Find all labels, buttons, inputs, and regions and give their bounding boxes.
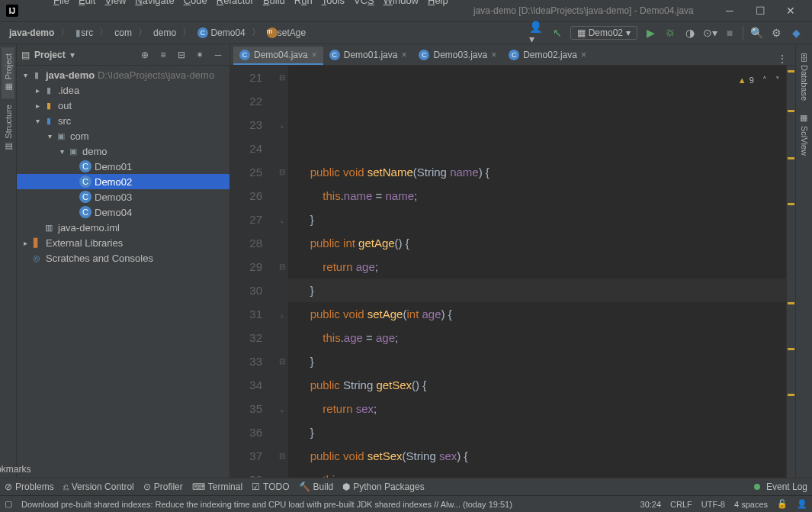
folder-icon: ▮ bbox=[75, 27, 81, 38]
close-button[interactable]: ✕ bbox=[775, 0, 806, 21]
inspection-widget[interactable]: ▲9 ˄ ˅ bbox=[738, 69, 780, 92]
tree-demo02[interactable]: CDemo02 bbox=[17, 174, 229, 189]
panel-title[interactable]: Project bbox=[34, 50, 66, 60]
readonly-icon[interactable]: 🔓 bbox=[777, 499, 788, 509]
editor-tab-demo04[interactable]: CDemo04.java× bbox=[233, 47, 323, 65]
project-tree[interactable]: ▾▮java-demo D:\IdeaProjects\java-demo ▸▮… bbox=[17, 66, 229, 478]
tree-demo01[interactable]: CDemo01 bbox=[17, 159, 229, 174]
stop-button[interactable]: ■ bbox=[721, 24, 738, 41]
crumb-root[interactable]: java-demo bbox=[6, 27, 57, 38]
menu-edit[interactable]: Edit bbox=[74, 0, 100, 6]
line-ending[interactable]: CRLF bbox=[670, 500, 692, 509]
tool-windows-icon[interactable]: ▢ bbox=[5, 499, 12, 509]
menu-code[interactable]: Code bbox=[179, 0, 212, 6]
close-icon[interactable]: × bbox=[581, 50, 586, 60]
class-icon: C bbox=[419, 50, 429, 60]
tab-problems[interactable]: ⊘Problems bbox=[5, 481, 54, 492]
close-icon[interactable]: × bbox=[491, 50, 496, 60]
status-bar: ▢ Download pre-built shared indexes: Red… bbox=[0, 495, 812, 512]
crumb-demo[interactable]: demo bbox=[150, 27, 179, 38]
settings-icon[interactable]: ⚙ bbox=[768, 24, 785, 41]
expand-all-icon[interactable]: ≡ bbox=[156, 48, 170, 62]
tab-project[interactable]: ▦Project bbox=[2, 47, 14, 98]
fold-column[interactable]: ⊟⌞⊟⌞⊟⌞⊟⌞⊟ bbox=[276, 66, 288, 478]
ide-status-icon[interactable]: 👤 bbox=[797, 499, 807, 509]
status-message[interactable]: Download pre-built shared indexes: Reduc… bbox=[21, 500, 631, 509]
package-icon: ▣ bbox=[55, 130, 67, 142]
file-icon: ▥ bbox=[43, 221, 55, 233]
code-content[interactable]: ▲9 ˄ ˅ public void setName(String name) … bbox=[288, 66, 786, 478]
settings-icon[interactable]: ✶ bbox=[193, 48, 207, 62]
tree-src[interactable]: ▾▮src bbox=[17, 113, 229, 128]
tab-profiler[interactable]: ⊙Profiler bbox=[143, 481, 183, 492]
hammer-icon[interactable]: ↖ bbox=[549, 24, 566, 41]
tree-iml[interactable]: ▥java-demo.iml bbox=[17, 220, 229, 235]
tab-build[interactable]: 🔨Build bbox=[299, 481, 334, 492]
tree-root[interactable]: ▾▮java-demo D:\IdeaProjects\java-demo bbox=[17, 67, 229, 82]
maximize-button[interactable]: ☐ bbox=[745, 0, 775, 21]
editor-tab-demo03[interactable]: CDemo03.java× bbox=[412, 47, 502, 65]
tree-idea[interactable]: ▸▮.idea bbox=[17, 82, 229, 98]
hide-icon[interactable]: ─ bbox=[211, 48, 225, 62]
tab-version-control[interactable]: ⎌Version Control bbox=[63, 481, 134, 492]
menu-file[interactable]: File bbox=[49, 0, 74, 6]
caret-position[interactable]: 30:24 bbox=[640, 500, 662, 509]
plugin-icon[interactable]: ◆ bbox=[788, 24, 804, 41]
coverage-button[interactable]: ◑ bbox=[682, 24, 698, 41]
inspect-up-icon[interactable]: ˄ bbox=[762, 69, 767, 92]
tree-ext-libs[interactable]: ▸▋External Libraries bbox=[17, 235, 229, 250]
crumb-src[interactable]: ▮src bbox=[72, 27, 96, 38]
tab-database[interactable]: 🗄Database bbox=[798, 47, 810, 107]
tree-demo03[interactable]: CDemo03 bbox=[17, 189, 229, 204]
minimize-button[interactable]: ─ bbox=[714, 0, 745, 21]
tab-sciview[interactable]: ▦SciView bbox=[798, 107, 810, 162]
close-icon[interactable]: × bbox=[401, 50, 406, 60]
select-opened-icon[interactable]: ⊕ bbox=[138, 48, 152, 62]
run-config-combo[interactable]: ▦Demo02▾ bbox=[570, 26, 637, 40]
tab-terminal[interactable]: ⌨Terminal bbox=[192, 481, 242, 492]
tab-python[interactable]: ⬢Python Packages bbox=[342, 481, 424, 492]
tab-event-log[interactable]: Event Log bbox=[754, 481, 807, 492]
tree-demo[interactable]: ▾▣demo bbox=[17, 143, 229, 159]
menu-tools[interactable]: Tools bbox=[317, 0, 349, 6]
tree-scratches[interactable]: ◎Scratches and Consoles bbox=[17, 250, 229, 266]
editor-tab-demo01[interactable]: CDemo01.java× bbox=[323, 47, 413, 65]
code-editor[interactable]: 212223242526272829303132333435363738 ⊟⌞⊟… bbox=[230, 66, 795, 478]
profile-button[interactable]: ⊙▾ bbox=[701, 24, 718, 41]
collapse-all-icon[interactable]: ⊟ bbox=[175, 48, 188, 62]
indent[interactable]: 4 spaces bbox=[734, 500, 768, 509]
tab-structure[interactable]: ▤Structure bbox=[2, 98, 14, 158]
tab-todo[interactable]: ☑TODO bbox=[252, 481, 289, 492]
search-icon[interactable]: 🔍 bbox=[748, 24, 765, 41]
tree-out[interactable]: ▸▮out bbox=[17, 98, 229, 113]
error-stripe[interactable] bbox=[786, 66, 795, 478]
panel-icon: ▤ bbox=[21, 50, 30, 60]
chevron-down-icon[interactable]: ▾ bbox=[70, 50, 75, 60]
gutter[interactable]: 212223242526272829303132333435363738 bbox=[230, 66, 276, 478]
run-config-icon: ▦ bbox=[577, 27, 586, 38]
menu-run[interactable]: Run bbox=[290, 0, 317, 6]
menu-navigate[interactable]: Navigate bbox=[130, 0, 178, 6]
editor-tab-demo02[interactable]: CDemo02.java× bbox=[502, 47, 592, 65]
crumb-class[interactable]: C Demo04 bbox=[194, 27, 249, 38]
tabs-more-icon[interactable]: ⋮ bbox=[769, 53, 795, 65]
tab-bookmarks[interactable]: 🔖Bookmarks bbox=[0, 453, 31, 475]
menu-help[interactable]: Help bbox=[423, 0, 453, 6]
tree-com[interactable]: ▾▣com bbox=[17, 128, 229, 143]
menu-refactor[interactable]: Refactor bbox=[212, 0, 258, 6]
close-icon[interactable]: × bbox=[312, 50, 317, 60]
inspect-down-icon[interactable]: ˅ bbox=[775, 69, 780, 92]
class-icon: C bbox=[79, 191, 91, 203]
menu-view[interactable]: View bbox=[100, 0, 130, 6]
menu-build[interactable]: Build bbox=[258, 0, 290, 6]
debug-button[interactable]: ⛭ bbox=[662, 24, 679, 41]
crumb-method[interactable]: msetAge bbox=[264, 27, 309, 38]
user-icon[interactable]: 👤▾ bbox=[529, 24, 546, 41]
run-button[interactable]: ▶ bbox=[642, 24, 659, 41]
left-tool-strip: ▦Project ▤Structure bbox=[0, 44, 17, 478]
crumb-com[interactable]: com bbox=[111, 27, 135, 38]
menu-vcs[interactable]: VCS bbox=[349, 0, 379, 6]
menu-window[interactable]: Window bbox=[379, 0, 423, 6]
encoding[interactable]: UTF-8 bbox=[701, 500, 725, 509]
tree-demo04[interactable]: CDemo04 bbox=[17, 204, 229, 220]
